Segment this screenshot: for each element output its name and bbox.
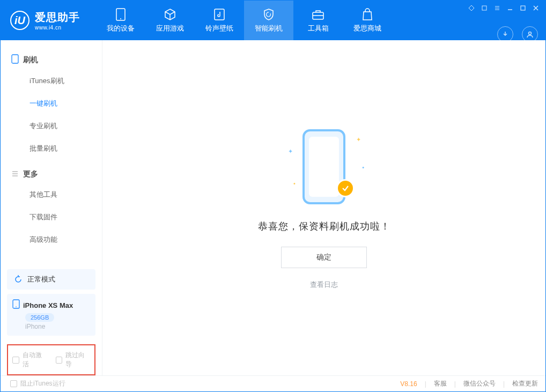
pin-icon[interactable] bbox=[467, 4, 476, 12]
success-message: 恭喜您，保资料刷机成功啦！ bbox=[258, 220, 390, 233]
shield-refresh-icon bbox=[262, 8, 275, 21]
nav-label: 铃声壁纸 bbox=[205, 24, 233, 33]
sidebar-item-itunes-flash[interactable]: iTunes刷机 bbox=[1, 70, 102, 92]
checkbox-auto-activate[interactable]: 自动激活 bbox=[12, 351, 47, 369]
svg-point-1 bbox=[120, 18, 121, 19]
nav-label: 应用游戏 bbox=[156, 24, 184, 33]
device-mode-label: 正常模式 bbox=[27, 275, 55, 284]
maximize-icon[interactable] bbox=[519, 4, 527, 12]
app-title: 爱思助手 bbox=[35, 10, 80, 25]
svg-rect-4 bbox=[482, 6, 486, 10]
checkbox-skip-guide[interactable]: 跳过向导 bbox=[56, 351, 91, 369]
phone-icon bbox=[114, 8, 127, 21]
sidebar-section-flash: 刷机 bbox=[1, 50, 102, 70]
content-area: ✦ • ✦ • 恭喜您，保资料刷机成功啦！ 确定 查看日志 bbox=[102, 40, 545, 375]
nav-label: 工具箱 bbox=[308, 24, 329, 33]
music-file-icon bbox=[213, 8, 226, 21]
footer-support-link[interactable]: 客服 bbox=[434, 379, 447, 388]
nav-toolbox[interactable]: 工具箱 bbox=[293, 1, 343, 40]
close-icon[interactable] bbox=[532, 4, 540, 12]
device-icon bbox=[11, 54, 19, 65]
minimize-icon[interactable] bbox=[506, 4, 514, 12]
success-illustration: ✦ • ✦ • bbox=[284, 127, 364, 207]
cube-icon bbox=[164, 8, 176, 21]
footer-update-link[interactable]: 检查更新 bbox=[512, 379, 538, 388]
sidebar-section-more: 更多 bbox=[1, 165, 102, 183]
toolbox-icon bbox=[312, 8, 324, 21]
nav-my-device[interactable]: 我的设备 bbox=[96, 1, 145, 40]
check-badge-icon bbox=[336, 179, 355, 197]
svg-rect-2 bbox=[215, 9, 224, 20]
version-label: V8.16 bbox=[400, 380, 417, 388]
nav-label: 我的设备 bbox=[107, 24, 135, 33]
nav-smart-flash[interactable]: 智能刷机 bbox=[244, 1, 293, 40]
sidebar: 刷机 iTunes刷机 一键刷机 专业刷机 批量刷机 更多 其他工具 下载固件 … bbox=[1, 40, 102, 375]
nav-label: 智能刷机 bbox=[255, 24, 283, 33]
device-name: iPhone XS Max bbox=[23, 301, 73, 309]
sidebar-item-advanced[interactable]: 高级功能 bbox=[1, 228, 102, 251]
svg-rect-5 bbox=[521, 6, 525, 10]
main-nav: 我的设备 应用游戏 铃声壁纸 智能刷机 工具箱 爱思商城 bbox=[96, 1, 392, 40]
nav-apps-games[interactable]: 应用游戏 bbox=[145, 1, 195, 40]
sidebar-item-other-tools[interactable]: 其他工具 bbox=[1, 183, 102, 206]
nav-store[interactable]: 爱思商城 bbox=[343, 1, 392, 40]
refresh-icon bbox=[13, 275, 23, 284]
sidebar-item-pro-flash[interactable]: 专业刷机 bbox=[1, 115, 102, 137]
sidebar-item-batch-flash[interactable]: 批量刷机 bbox=[1, 137, 102, 160]
footer-wechat-link[interactable]: 微信公众号 bbox=[463, 379, 496, 388]
shopping-bag-icon bbox=[361, 8, 374, 21]
device-type: iPhone bbox=[25, 323, 90, 330]
device-mode-card[interactable]: 正常模式 bbox=[7, 269, 95, 290]
phone-small-icon bbox=[12, 299, 20, 311]
view-log-link[interactable]: 查看日志 bbox=[310, 280, 338, 290]
svg-rect-7 bbox=[12, 55, 18, 63]
sidebar-item-onekey-flash[interactable]: 一键刷机 bbox=[1, 92, 102, 115]
list-icon bbox=[11, 170, 19, 179]
logo-icon: iU bbox=[10, 11, 29, 30]
menu-icon[interactable] bbox=[493, 4, 501, 12]
app-header: iU 爱思助手 www.i4.cn 我的设备 应用游戏 铃声壁纸 智能刷机 工具… bbox=[1, 1, 545, 40]
nav-label: 爱思商城 bbox=[353, 24, 381, 33]
confirm-button[interactable]: 确定 bbox=[281, 247, 367, 268]
sidebar-item-download-firmware[interactable]: 下载固件 bbox=[1, 206, 102, 228]
app-subtitle: www.i4.cn bbox=[35, 25, 80, 31]
footer: 阻止iTunes运行 V8.16 | 客服 | 微信公众号 | 检查更新 bbox=[1, 375, 545, 391]
device-info-card[interactable]: iPhone XS Max 256GB iPhone bbox=[7, 294, 95, 336]
device-storage-pill: 256GB bbox=[25, 313, 54, 322]
svg-point-6 bbox=[529, 32, 532, 35]
logo-area: iU 爱思助手 www.i4.cn bbox=[10, 10, 80, 31]
options-row: 自动激活 跳过向导 bbox=[7, 344, 95, 375]
skin-icon[interactable] bbox=[480, 4, 489, 12]
svg-point-9 bbox=[16, 306, 17, 307]
checkbox-block-itunes[interactable]: 阻止iTunes运行 bbox=[10, 379, 65, 388]
nav-ringtone-wallpaper[interactable]: 铃声壁纸 bbox=[195, 1, 244, 40]
